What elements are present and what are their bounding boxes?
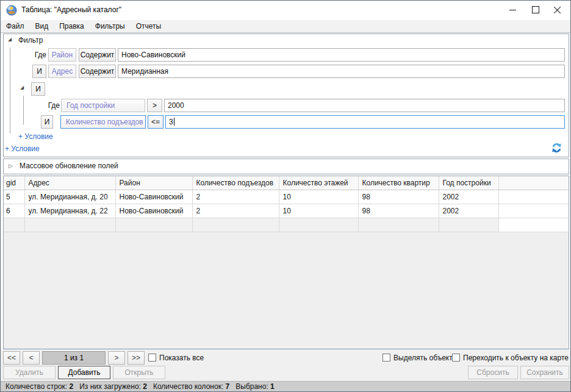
close-icon (554, 6, 561, 13)
mass-update-panel: ▷ Массовое обновление полей (3, 159, 569, 174)
filter-value-input-entrances[interactable]: 3 (165, 115, 565, 129)
cell-year[interactable] (439, 218, 498, 232)
add-button[interactable]: Добавить (58, 366, 110, 379)
cell-empty (498, 204, 569, 218)
field-button-district[interactable]: Район (48, 48, 76, 62)
cell-floors[interactable]: 10 (279, 204, 358, 218)
pagination-first-button[interactable]: << (3, 351, 20, 365)
menubar: Файл Вид Правка Фильтры Отчеты (1, 20, 570, 33)
filter-expander-icon[interactable]: ◢ (8, 37, 12, 42)
column-header-address[interactable]: Адрес (24, 176, 115, 190)
group-and-button-2[interactable]: И (41, 115, 53, 129)
cell-apartments[interactable]: 98 (358, 204, 439, 218)
table-row[interactable]: 6 ул. Меридианная, д. 22 Ново-Савиновски… (4, 204, 569, 218)
cell-address[interactable]: ул. Меридианная, д. 20 (24, 190, 115, 204)
filter-value-input-district[interactable]: Ново-Савиновский (118, 48, 565, 62)
mass-update-label: Массовое обновление полей (20, 162, 118, 170)
goto-object-checkbox[interactable] (452, 354, 460, 362)
tree-connector-line (10, 48, 10, 134)
menu-item-filters[interactable]: Фильтры (90, 21, 131, 32)
cell-district[interactable]: Ново-Савиновский (115, 190, 192, 204)
status-rows: Количество строк: 2 (5, 382, 73, 391)
column-header-year[interactable]: Год постройки (439, 176, 498, 190)
cell-entrances[interactable]: 2 (192, 190, 279, 204)
table-row[interactable]: 5 ул. Меридианная, д. 20 Ново-Савиновски… (4, 190, 569, 204)
operator-button-gt[interactable]: > (147, 99, 162, 112)
input-text: 3 (169, 118, 173, 126)
status-loaded: Из них загружено: 2 (79, 382, 147, 391)
save-button[interactable]: Сохранить (520, 366, 569, 379)
cell-apartments[interactable] (358, 218, 439, 232)
cell-floors[interactable] (279, 218, 358, 232)
table-row-new[interactable] (4, 218, 569, 232)
column-header-gid[interactable]: gid (4, 176, 24, 190)
data-grid: gid Адрес Район Количество подъездов Кол… (4, 176, 569, 232)
text-caret (174, 118, 174, 126)
app-window: Таблица: "Адресный каталог" Файл Вид Пра… (0, 0, 571, 392)
highlight-object-checkbox[interactable] (382, 354, 390, 362)
filter-value-input-year[interactable]: 2000 (164, 99, 565, 112)
cell-address[interactable]: ул. Меридианная, д. 22 (24, 204, 115, 218)
add-condition-link-outer[interactable]: + Условие (5, 144, 40, 154)
cell-floors[interactable]: 10 (279, 190, 358, 204)
add-condition-link-inner[interactable]: + Условие (18, 132, 53, 141)
data-grid-panel: gid Адрес Район Количество подъездов Кол… (3, 176, 569, 349)
operator-button-contains-1[interactable]: Содержит (79, 48, 116, 62)
maximize-icon (532, 6, 539, 13)
column-header-apartments[interactable]: Количество квартир (358, 176, 439, 190)
pagination-next-button[interactable]: > (108, 351, 125, 365)
cell-year[interactable]: 2002 (439, 190, 498, 204)
pagination-last-button[interactable]: >> (127, 351, 145, 365)
status-selected: Выбрано: 1 (235, 382, 275, 391)
field-button-entrances[interactable]: Количество подъездов (60, 115, 146, 129)
maximize-button[interactable] (525, 1, 546, 19)
bottom-toolbar: << < 1 из 1 > >> Показать все Выделять о… (1, 349, 570, 381)
open-button[interactable]: Открыть (113, 366, 165, 379)
cell-gid[interactable] (4, 218, 24, 232)
mass-update-expander-icon[interactable]: ▷ (9, 163, 13, 168)
menu-item-reports[interactable]: Отчеты (131, 21, 167, 32)
globe-icon (6, 5, 17, 16)
field-button-build-year[interactable]: Год постройки (61, 99, 145, 112)
highlight-object-label: Выделять объект (393, 353, 453, 363)
column-header-entrances[interactable]: Количество подъездов (192, 176, 279, 190)
cell-district[interactable]: Ново-Савиновский (115, 204, 192, 218)
where-label: Где (27, 48, 46, 62)
show-all-checkbox[interactable] (148, 354, 156, 362)
cell-apartments[interactable]: 98 (358, 190, 439, 204)
operator-button-contains-2[interactable]: Содержит (79, 65, 116, 78)
window-title: Таблица: "Адресный каталог" (21, 5, 121, 14)
menu-item-file[interactable]: Файл (1, 21, 30, 32)
menu-item-view[interactable]: Вид (30, 21, 54, 32)
delete-button[interactable]: Удалить (3, 366, 56, 379)
and-button-1[interactable]: И (32, 65, 46, 78)
window-titlebar: Таблица: "Адресный каталог" (1, 1, 570, 20)
minimize-icon (509, 10, 516, 10)
cell-entrances[interactable] (192, 218, 279, 232)
column-header-floors[interactable]: Количество этажей (279, 176, 358, 190)
filter-value-input-address[interactable]: Меридианная (118, 65, 565, 78)
operator-button-lte[interactable]: <= (148, 115, 163, 129)
reset-button[interactable]: Сбросить (468, 366, 518, 379)
pagination-prev-button[interactable]: < (23, 351, 40, 365)
minimize-button[interactable] (502, 1, 523, 19)
group-expander-icon[interactable]: ◢ (20, 85, 24, 90)
cell-entrances[interactable]: 2 (192, 204, 279, 218)
field-button-address[interactable]: Адрес (48, 65, 76, 78)
filter-panel: ◢ Фильтр Где Район Содержит Ново-Савинов… (3, 34, 569, 157)
group-connector-line (23, 96, 24, 125)
cell-gid[interactable]: 6 (4, 204, 24, 218)
cell-gid[interactable]: 5 (4, 190, 24, 204)
cell-address[interactable] (24, 218, 115, 232)
cell-year[interactable]: 2002 (439, 204, 498, 218)
close-button[interactable] (547, 1, 568, 19)
column-header-empty (498, 176, 569, 190)
cell-empty (498, 190, 569, 204)
column-header-district[interactable]: Район (115, 176, 192, 190)
menu-item-edit[interactable]: Правка (54, 21, 90, 32)
refresh-icon[interactable] (551, 142, 562, 154)
status-columns: Количество колонок: 7 (153, 382, 229, 391)
group-and-button[interactable]: И (31, 82, 45, 96)
cell-district[interactable] (115, 218, 192, 232)
where-label-group: Где (40, 99, 60, 112)
